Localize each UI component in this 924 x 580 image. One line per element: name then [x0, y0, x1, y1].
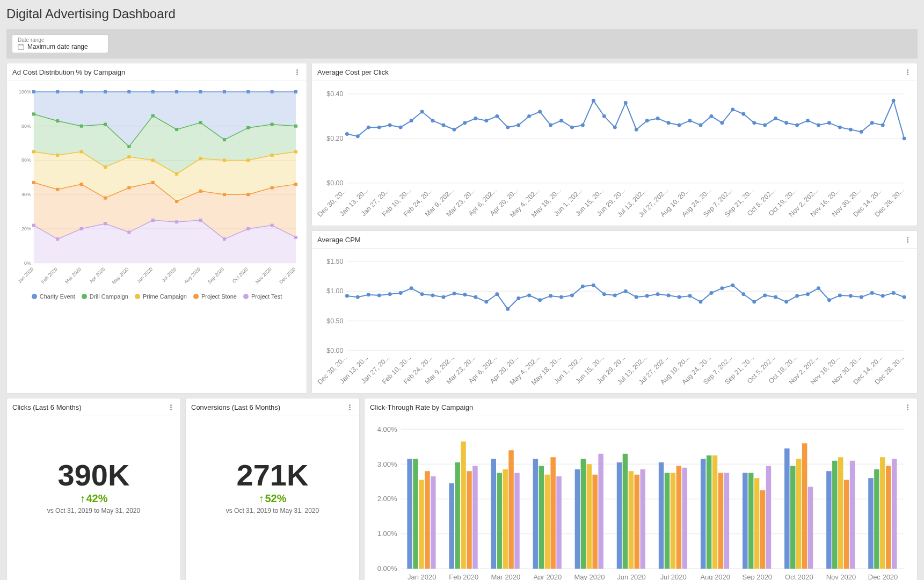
svg-point-120: [624, 101, 628, 105]
svg-rect-75: [294, 236, 297, 239]
legend-item[interactable]: Charity Event: [32, 293, 75, 300]
svg-text:0.00%: 0.00%: [377, 564, 397, 572]
svg-rect-54: [80, 183, 83, 186]
date-range-selector[interactable]: Date range Maximum date range: [12, 34, 108, 53]
svg-text:Jul 2020: Jul 2020: [660, 573, 687, 580]
svg-rect-36: [223, 138, 226, 141]
svg-point-213: [678, 295, 681, 299]
svg-rect-72: [223, 237, 226, 241]
svg-point-111: [527, 114, 531, 118]
svg-point-123: [656, 117, 660, 120]
card-title: Average Cost per Click: [317, 68, 389, 76]
svg-rect-38: [271, 123, 274, 126]
svg-point-137: [806, 119, 810, 122]
svg-point-209: [635, 295, 638, 299]
ad-cost-legend: Charity EventDrill CampaignPrime Campaig…: [12, 290, 301, 303]
svg-point-188: [410, 286, 413, 290]
svg-rect-316: [712, 455, 717, 569]
svg-point-128: [709, 114, 713, 118]
arrow-up-icon: ↑: [79, 492, 85, 505]
svg-rect-315: [707, 455, 711, 569]
svg-text:1.00%: 1.00%: [377, 530, 397, 538]
arrow-up-icon: ↑: [258, 492, 264, 505]
card-title: Average CPM: [317, 236, 361, 244]
svg-rect-308: [659, 462, 664, 569]
svg-rect-272: [407, 459, 412, 569]
svg-rect-280: [461, 441, 465, 569]
svg-rect-71: [199, 219, 202, 222]
svg-point-227: [827, 298, 831, 302]
legend-label: Charity Event: [40, 293, 75, 300]
svg-point-135: [784, 121, 788, 125]
legend-item[interactable]: Drill Campaign: [82, 293, 128, 300]
svg-rect-26: [271, 90, 274, 93]
kpi-value: 390K: [58, 458, 130, 492]
ad-cost-chart: 0%20%40%60%80%100%Jan 2020Feb 2020Mar 20…: [12, 86, 301, 290]
svg-text:Apr 2020: Apr 2020: [89, 266, 106, 284]
legend-item[interactable]: Project Test: [243, 293, 282, 300]
card-ad-cost-distribution: Ad Cost Distribution % by Campaign 0%20%…: [6, 63, 307, 394]
svg-text:0%: 0%: [24, 260, 31, 266]
svg-rect-42: [80, 150, 83, 154]
svg-text:Sep 2020: Sep 2020: [743, 573, 773, 580]
card-menu-icon[interactable]: [345, 403, 354, 411]
card-title: Clicks (Last 6 Months): [12, 403, 82, 411]
svg-rect-24: [223, 90, 226, 93]
svg-rect-39: [294, 125, 297, 128]
svg-point-115: [570, 126, 574, 129]
svg-text:$0.40: $0.40: [326, 90, 343, 98]
legend-label: Drill Campaign: [90, 293, 128, 300]
svg-point-197: [506, 307, 510, 311]
legend-item[interactable]: Prime Campaign: [135, 293, 187, 300]
svg-rect-274: [419, 480, 424, 569]
svg-point-121: [635, 128, 638, 132]
svg-text:$0.20: $0.20: [326, 135, 343, 142]
card-avg-cpc: Average Cost per Click $0.00$0.20$0.40De…: [311, 63, 918, 226]
kpi-compare: vs Oct 31, 2019 to May 31, 2020: [47, 507, 140, 514]
card-menu-icon[interactable]: [903, 68, 912, 76]
svg-point-195: [484, 300, 488, 304]
svg-text:Jun 2020: Jun 2020: [136, 266, 154, 284]
card-clicks-kpi: Clicks (Last 6 Months) 390K ↑42% vs Oct …: [6, 398, 181, 580]
svg-rect-21: [151, 90, 155, 93]
svg-rect-341: [886, 466, 891, 569]
legend-item[interactable]: Project Stone: [193, 293, 237, 300]
svg-point-207: [613, 294, 617, 298]
svg-rect-309: [665, 473, 670, 569]
svg-rect-32: [127, 145, 130, 148]
svg-rect-0: [18, 45, 24, 49]
card-title: Click-Through Rate by Campaign: [370, 403, 473, 411]
card-menu-icon[interactable]: [293, 68, 301, 76]
svg-rect-298: [587, 464, 592, 569]
legend-label: Project Test: [251, 293, 282, 300]
date-range-value: Maximum date range: [27, 43, 88, 50]
svg-rect-50: [271, 154, 274, 157]
svg-rect-293: [550, 457, 555, 569]
svg-rect-284: [491, 459, 496, 569]
svg-point-185: [377, 294, 381, 298]
svg-point-110: [516, 123, 520, 127]
svg-rect-65: [56, 237, 59, 241]
svg-rect-58: [175, 200, 178, 203]
svg-point-142: [860, 130, 863, 134]
svg-text:Nov 2020: Nov 2020: [254, 266, 273, 285]
legend-swatch-icon: [243, 294, 249, 299]
svg-rect-304: [629, 471, 634, 569]
svg-point-101: [420, 110, 424, 114]
card-menu-icon[interactable]: [166, 403, 175, 411]
svg-rect-296: [575, 469, 580, 569]
svg-rect-327: [790, 466, 795, 569]
svg-rect-334: [838, 457, 843, 569]
svg-point-201: [549, 294, 552, 298]
svg-point-146: [903, 136, 906, 140]
svg-rect-48: [223, 158, 226, 162]
filter-bar: Date range Maximum date range: [6, 29, 918, 59]
svg-text:$0.00: $0.00: [326, 347, 343, 354]
svg-rect-53: [56, 188, 59, 191]
card-menu-icon[interactable]: [903, 403, 912, 411]
svg-rect-30: [80, 125, 83, 128]
card-menu-icon[interactable]: [903, 235, 912, 244]
svg-point-132: [752, 121, 756, 125]
svg-text:Dec 2020: Dec 2020: [868, 573, 898, 580]
svg-text:Oct 2020: Oct 2020: [785, 573, 813, 580]
